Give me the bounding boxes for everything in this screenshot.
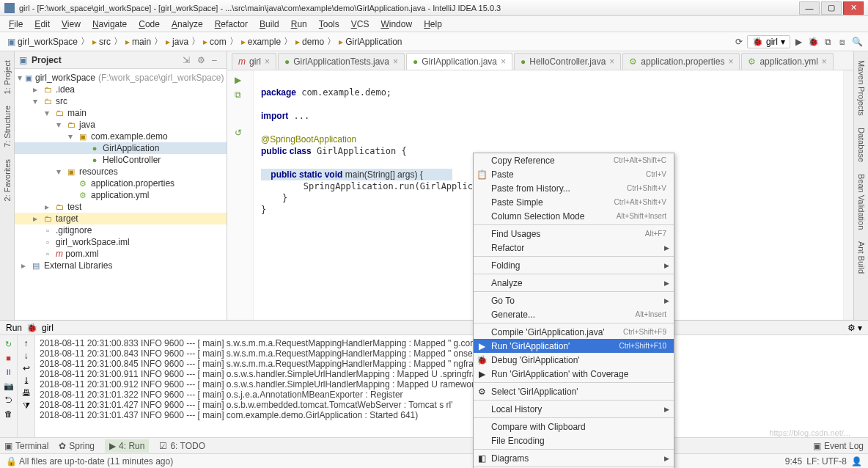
- context-menu-item[interactable]: ▶Run 'GirlApplication'Ctrl+Shift+F10: [474, 339, 674, 353]
- tree-node[interactable]: ▾▣resources: [15, 166, 227, 178]
- tab-close-icon[interactable]: ×: [501, 56, 506, 67]
- right-stripe-tab[interactable]: Ant Build: [856, 238, 867, 277]
- tab-close-icon[interactable]: ×: [728, 56, 733, 67]
- context-menu-item[interactable]: ◧Diagrams▶: [474, 451, 674, 465]
- tree-node[interactable]: ▸🗀test: [15, 201, 227, 213]
- tree-node[interactable]: ⚙application.yml: [15, 189, 227, 201]
- breadcrumb-item[interactable]: ▸ src: [89, 36, 114, 48]
- editor-tab[interactable]: ⚙ application.yml ×: [741, 53, 833, 70]
- tree-node[interactable]: ▸🗀target: [15, 213, 227, 224]
- breadcrumb-item[interactable]: ▸ com: [200, 36, 229, 48]
- stop-run-icon[interactable]: ■: [3, 352, 15, 364]
- tree-node[interactable]: ▸▤External Libraries: [15, 260, 227, 271]
- menu-run[interactable]: Run: [285, 18, 313, 31]
- minimize-button[interactable]: —: [799, 1, 820, 15]
- dump-icon[interactable]: 📷: [3, 380, 15, 392]
- trash-icon[interactable]: 🗑: [3, 408, 15, 420]
- run-settings-icon[interactable]: ⚙ ▾: [847, 323, 862, 333]
- menu-file[interactable]: File: [3, 18, 29, 31]
- tree-node[interactable]: ▾🗀java: [15, 119, 227, 131]
- sync-icon[interactable]: ⟳: [732, 35, 746, 48]
- editor-tab[interactable]: ● GirlApplicationTests.java ×: [278, 53, 405, 70]
- breadcrumb-item[interactable]: ▸ demo: [293, 36, 327, 48]
- tree-node[interactable]: ▾🗀main: [15, 107, 227, 119]
- tree-node[interactable]: ▫m pom.xml: [15, 248, 227, 260]
- scroll-icon[interactable]: ⤓: [23, 376, 30, 386]
- context-menu-item[interactable]: File Encoding: [474, 434, 674, 447]
- filter-icon[interactable]: ⧩: [23, 401, 30, 411]
- context-menu-item[interactable]: 🐞Debug 'GirlApplication': [474, 353, 674, 367]
- bottom-tab[interactable]: ▶4: Run: [105, 439, 149, 453]
- rerun-icon[interactable]: ↻: [3, 338, 15, 350]
- context-menu-item[interactable]: Folding▶: [474, 258, 674, 272]
- up-icon[interactable]: ↑: [24, 338, 29, 348]
- tab-close-icon[interactable]: ×: [393, 56, 398, 67]
- menu-edit[interactable]: Edit: [29, 18, 56, 31]
- left-stripe-tab[interactable]: 2: Favorites: [1, 156, 13, 204]
- breadcrumb-item[interactable]: ▸ main: [122, 36, 154, 48]
- tab-close-icon[interactable]: ×: [822, 56, 827, 67]
- menu-navigate[interactable]: Navigate: [87, 18, 133, 31]
- coverage-icon[interactable]: ⧉: [821, 35, 834, 48]
- menu-tools[interactable]: Tools: [313, 18, 345, 31]
- right-stripe-tab[interactable]: Database: [856, 125, 867, 165]
- run-config-selector[interactable]: 🐞 girl ▾: [747, 35, 790, 48]
- context-menu-item[interactable]: ⚙Select 'GirlApplication': [474, 384, 674, 398]
- breadcrumb-item[interactable]: ▣ girl_workSpace: [4, 36, 81, 48]
- left-stripe-tab[interactable]: 7: Structure: [1, 103, 13, 150]
- context-menu-item[interactable]: Analyze▶: [474, 276, 674, 290]
- close-button[interactable]: ✕: [843, 1, 864, 15]
- menu-help[interactable]: Help: [418, 18, 448, 31]
- print-icon[interactable]: 🖶: [22, 388, 31, 398]
- tree-node[interactable]: ▫girl_workSpace.iml: [15, 236, 227, 248]
- menu-code[interactable]: Code: [133, 18, 166, 31]
- override-gutter-icon[interactable]: ↺: [235, 128, 246, 139]
- status-lock-icon[interactable]: 🔒: [6, 456, 17, 467]
- context-menu-item[interactable]: Find UsagesAlt+F7: [474, 227, 674, 241]
- breadcrumb-item[interactable]: ▸ GirlApplication: [336, 36, 405, 48]
- bottom-tab[interactable]: ☑6: TODO: [159, 441, 205, 451]
- context-menu-item[interactable]: Column Selection ModeAlt+Shift+Insert: [474, 209, 674, 223]
- inspect-icon[interactable]: 👤: [851, 456, 862, 467]
- breadcrumb-item[interactable]: ▸ example: [238, 36, 284, 48]
- context-menu-item[interactable]: Refactor▶: [474, 241, 674, 255]
- gear-icon[interactable]: ⚙: [197, 55, 207, 65]
- breadcrumb-item[interactable]: ▸ java: [163, 36, 191, 48]
- hide-icon[interactable]: –: [212, 55, 222, 65]
- structure-gutter-icon[interactable]: ⧉: [235, 89, 246, 101]
- left-stripe-tab[interactable]: 1: Project: [1, 57, 13, 97]
- editor-tab[interactable]: ⚙ application.properties ×: [622, 53, 740, 70]
- console-output[interactable]: 2018-08-11 20:31:00.833 INFO 9600 --- [ …: [35, 335, 868, 437]
- menu-vcs[interactable]: VCS: [345, 18, 375, 31]
- tree-node[interactable]: ▫.gitignore: [15, 224, 227, 236]
- search-icon[interactable]: 🔍: [850, 35, 864, 48]
- run-gutter-icon[interactable]: ▶: [235, 75, 246, 87]
- context-menu-item[interactable]: Copy ReferenceCtrl+Alt+Shift+C: [474, 153, 674, 167]
- tree-node[interactable]: ⚙application.properties: [15, 178, 227, 189]
- event-log-tab[interactable]: ▣Event Log: [813, 441, 864, 451]
- maximize-button[interactable]: ▢: [821, 1, 842, 15]
- bottom-tab[interactable]: ✿Spring: [59, 441, 95, 451]
- collapse-icon[interactable]: ⇲: [183, 55, 193, 65]
- editor-tab[interactable]: ● HelloController.java ×: [514, 53, 621, 70]
- menu-window[interactable]: Window: [375, 18, 418, 31]
- editor-tab[interactable]: ● GirlApplication.java ×: [406, 53, 512, 70]
- context-menu-item[interactable]: Local History▶: [474, 402, 674, 416]
- exit-icon[interactable]: ⮌: [3, 394, 15, 406]
- tree-node[interactable]: ▸🗀.idea: [15, 84, 227, 95]
- context-menu-item[interactable]: Generate...Alt+Insert: [474, 307, 674, 321]
- context-menu-item[interactable]: Paste SimpleCtrl+Alt+Shift+V: [474, 195, 674, 209]
- context-menu-item[interactable]: ▶Run 'GirlApplication' with Coverage: [474, 367, 674, 381]
- tab-close-icon[interactable]: ×: [265, 56, 270, 67]
- down-icon[interactable]: ↓: [24, 351, 29, 361]
- context-menu-item[interactable]: Paste from History...Ctrl+Shift+V: [474, 181, 674, 195]
- context-menu-item[interactable]: Compile 'GirlApplication.java'Ctrl+Shift…: [474, 325, 674, 339]
- tree-node[interactable]: HelloController: [15, 154, 227, 166]
- tab-close-icon[interactable]: ×: [609, 56, 614, 67]
- menu-build[interactable]: Build: [254, 18, 285, 31]
- right-stripe-tab[interactable]: Maven Projects: [856, 57, 867, 119]
- project-tree[interactable]: ▾▣ girl_workSpace (F:\work_space\girl_wo…: [15, 69, 227, 320]
- pause-icon[interactable]: ⏸: [3, 366, 15, 378]
- tree-node[interactable]: ▾🗀src: [15, 95, 227, 107]
- context-menu-item[interactable]: Go To▶: [474, 293, 674, 307]
